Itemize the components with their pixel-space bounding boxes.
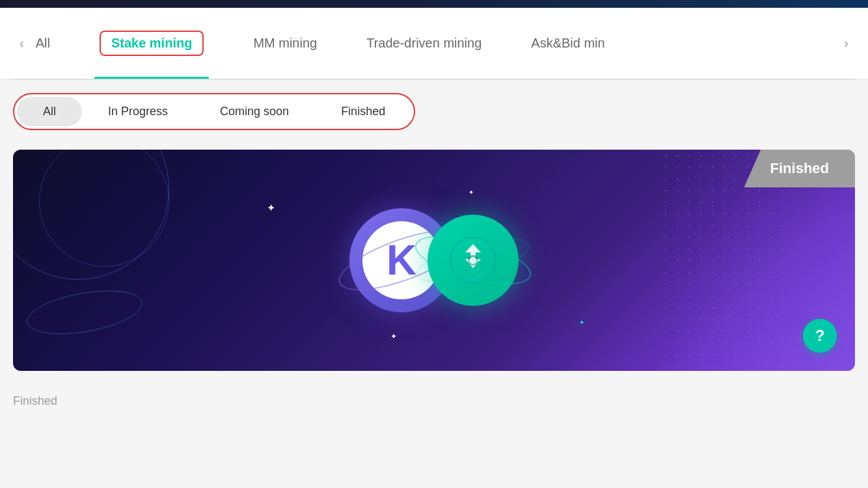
nav-right-arrow[interactable]: › [837, 36, 855, 51]
finished-badge: Finished [744, 150, 855, 187]
filter-coming-soon[interactable]: Coming soon [194, 97, 315, 126]
filter-tabs-container: All In Progress Coming soon Finished [13, 93, 415, 130]
svg-point-2 [468, 255, 478, 265]
filter-all[interactable]: All [17, 97, 82, 126]
sparkle-1: ✦ [267, 202, 275, 214]
bg-circle-3 [23, 283, 146, 342]
card-label: Finished [0, 384, 868, 418]
nav-left-arrow[interactable]: ‹ [13, 36, 31, 51]
tab-trade-driven-mining[interactable]: Trade-driven mining [361, 8, 487, 79]
filter-finished[interactable]: Finished [315, 97, 411, 126]
s-svg [447, 234, 499, 286]
svg-point-0 [450, 237, 496, 283]
sparkle-2: ✦ [468, 189, 474, 196]
tab-all[interactable]: All [31, 8, 55, 79]
tab-stake-mining[interactable]: Stake mining [94, 8, 209, 79]
top-navigation: ‹ All Stake mining MM mining Trade-drive… [0, 8, 868, 79]
sparkle-4: ✦ [579, 319, 584, 326]
banner-section: ✦ ✦ ✦ ✦ K [0, 143, 868, 384]
svg-point-1 [456, 243, 490, 277]
s-icon [441, 228, 506, 293]
filter-section: All In Progress Coming soon Finished [0, 80, 868, 143]
k-letter: K [387, 239, 416, 281]
filter-in-progress[interactable]: In Progress [82, 97, 194, 126]
token-container: K [349, 208, 519, 312]
sparkle-3: ✦ [390, 332, 397, 341]
top-strip [0, 0, 868, 8]
tab-askbid-mining[interactable]: Ask&Bid min [526, 8, 610, 79]
nav-tabs-container: All Stake mining MM mining Trade-driven … [31, 8, 838, 79]
help-button[interactable]: ? [803, 319, 837, 353]
banner-card: ✦ ✦ ✦ ✦ K [13, 150, 855, 371]
token-s [427, 215, 519, 306]
tab-mm-mining[interactable]: MM mining [248, 8, 322, 79]
